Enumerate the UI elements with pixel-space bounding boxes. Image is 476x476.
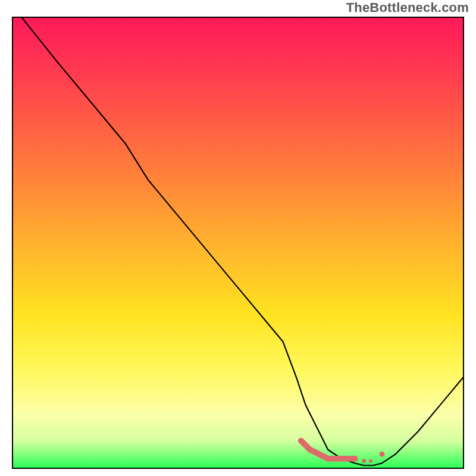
chart-container: TheBottleneck.com: [0, 0, 476, 476]
watermark-text: TheBottleneck.com: [346, 0, 469, 15]
highlight-dot: [369, 459, 372, 463]
curve-svg: [13, 18, 463, 468]
plot-area: [12, 17, 464, 469]
bottleneck-curve-line: [22, 18, 463, 465]
highlight-dots-group: [362, 452, 384, 463]
highlight-dot: [379, 452, 384, 457]
highlight-dot: [362, 459, 366, 463]
